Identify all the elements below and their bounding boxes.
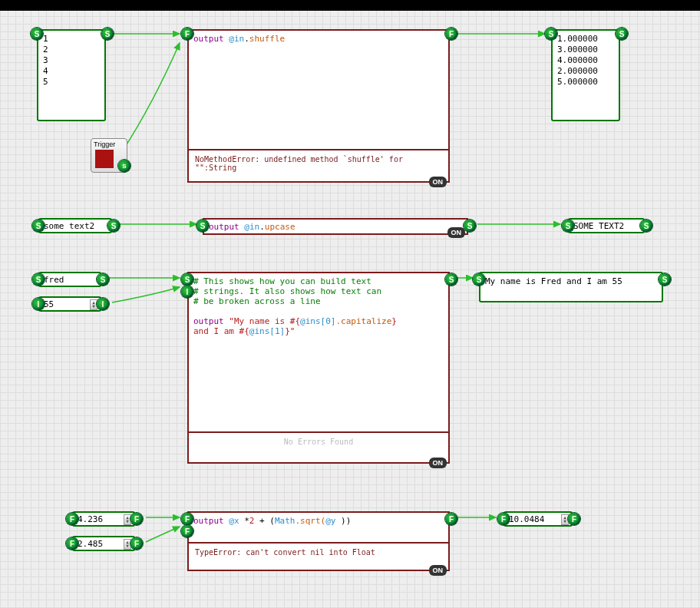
- port-s-st-out[interactable]: S: [107, 220, 120, 232]
- port-f-y-in[interactable]: F: [66, 537, 78, 550]
- port-f-om-in[interactable]: F: [497, 513, 510, 525]
- on-toggle[interactable]: ON: [429, 177, 447, 187]
- input-y[interactable]: 2.485 ▲▼: [72, 536, 135, 551]
- script-math-error: TypeError: can't convert nil into Float: [189, 542, 448, 561]
- port-s-in2[interactable]: S: [545, 28, 557, 40]
- input-list-node[interactable]: 1 2 3 4 5: [37, 29, 106, 121]
- port-s-in[interactable]: S: [31, 28, 43, 40]
- port-s-of-in[interactable]: S: [473, 273, 485, 286]
- on-toggle-4[interactable]: ON: [429, 565, 447, 576]
- port-s-f3-in1[interactable]: S: [181, 273, 193, 286]
- port-s-ot-out[interactable]: S: [640, 220, 652, 232]
- node-canvas[interactable]: 1 2 3 4 5 S S Trigger S output @in.shuff…: [0, 11, 700, 608]
- port-f-x-out[interactable]: F: [130, 513, 143, 525]
- port-s-out[interactable]: S: [101, 28, 114, 40]
- output-list-node: 1.000000 3.000000 4.000000 2.000000 5.00…: [551, 29, 620, 121]
- port-i-f3-in2[interactable]: I: [181, 286, 193, 298]
- input-55[interactable]: 55 ▲▼: [38, 296, 101, 312]
- port-s-fred-out[interactable]: S: [97, 273, 109, 286]
- output-math: 10.0484 ▲▼: [504, 511, 573, 527]
- top-bar: [0, 0, 700, 11]
- port-f-m-out[interactable]: F: [445, 513, 457, 525]
- port-f-y-out[interactable]: F: [130, 537, 143, 550]
- port-f-om-out[interactable]: F: [568, 513, 580, 525]
- port-s-out2[interactable]: S: [616, 28, 628, 40]
- output-list-text: 1.000000 3.000000 4.000000 2.000000 5.00…: [553, 31, 619, 91]
- port-s-f3-out[interactable]: S: [445, 273, 457, 286]
- port-s-of-out[interactable]: S: [659, 273, 671, 286]
- port-f-x-in[interactable]: F: [66, 513, 78, 525]
- script-fred-code[interactable]: # This shows how you can build text # st…: [189, 273, 448, 431]
- input-fred[interactable]: fred: [38, 272, 101, 287]
- script-shuffle-node[interactable]: output @in.shuffle NoMethodError: undefi…: [187, 29, 450, 183]
- port-f-in[interactable]: F: [181, 28, 193, 40]
- port-f-m-in1[interactable]: F: [181, 513, 193, 525]
- port-s-st-in[interactable]: S: [32, 220, 45, 232]
- port-f-out[interactable]: F: [445, 28, 457, 40]
- input-sometext2[interactable]: some text2: [38, 218, 112, 233]
- trigger-lamp: [95, 150, 114, 168]
- port-s-fred-in[interactable]: S: [32, 273, 45, 286]
- port-trigger-out[interactable]: S: [118, 160, 130, 172]
- input-list-text[interactable]: 1 2 3 4 5: [38, 31, 104, 91]
- input-x[interactable]: 4.236 ▲▼: [72, 511, 135, 527]
- script-fred-node[interactable]: # This shows how you can build text # st…: [187, 272, 450, 464]
- port-f-m-in2[interactable]: F: [181, 525, 193, 537]
- on-toggle-3[interactable]: ON: [429, 458, 447, 468]
- script-upcase-node[interactable]: output @in.upcase ON: [203, 218, 468, 235]
- output-sometext2: SOME TEXT2: [568, 218, 645, 233]
- script-math-node[interactable]: output @x *2 + (Math.sqrt(@y )) TypeErro…: [187, 511, 450, 571]
- port-i-55-in[interactable]: I: [32, 298, 45, 310]
- port-s-up-out[interactable]: S: [464, 220, 476, 232]
- port-i-55-out[interactable]: I: [97, 298, 109, 310]
- output-fred: My name is Fred and I am 55: [479, 272, 663, 302]
- on-toggle-2[interactable]: ON: [447, 227, 466, 238]
- script-shuffle-code[interactable]: output @in.shuffle: [189, 31, 448, 149]
- port-s-up-in[interactable]: S: [196, 220, 209, 232]
- script-math-code[interactable]: output @x *2 + (Math.sqrt(@y )): [189, 513, 448, 542]
- port-s-ot-in[interactable]: S: [562, 220, 574, 232]
- script-shuffle-error: NoMethodError: undefined method `shuffle…: [189, 149, 448, 177]
- script-fred-error: No Errors Found: [189, 431, 448, 451]
- trigger-label: Trigger: [94, 140, 115, 148]
